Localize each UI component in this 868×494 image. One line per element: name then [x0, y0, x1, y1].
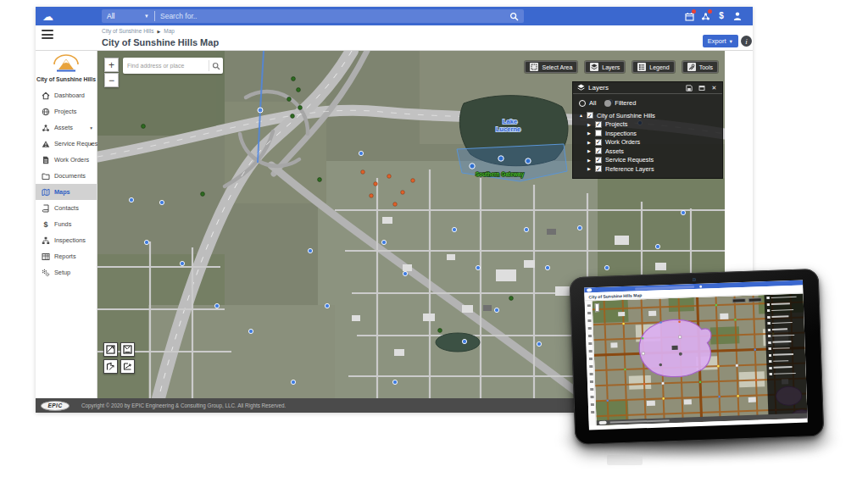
tablet-reflection — [607, 455, 643, 465]
tablet-page-title: City of Sunshine Hills Map — [588, 292, 642, 299]
tablet-zoom-control — [595, 303, 599, 312]
layer-row-service-requests[interactable]: ▶ Service Requests — [573, 156, 722, 165]
chevron-down-icon[interactable]: ▾ — [90, 142, 92, 147]
layer-row-inspections[interactable]: ▶ Inspections — [573, 129, 722, 138]
sidebar-item-dashboard[interactable]: Dashboard — [36, 87, 97, 103]
basemap-gallery-button[interactable] — [103, 342, 118, 357]
sidebar-item-label: Projects — [54, 108, 76, 115]
assets-nodes-icon — [42, 124, 50, 132]
map-zoom-control: + − — [104, 58, 119, 87]
layer-label: Inspections — [605, 130, 637, 137]
org-chart-icon — [42, 236, 50, 245]
sidebar-item-inspections[interactable]: Inspections — [36, 232, 97, 248]
export-button[interactable]: Export ▼ — [703, 35, 738, 47]
layer-label: Projects — [605, 120, 627, 128]
notification-badge — [708, 9, 712, 14]
map-icon — [42, 188, 50, 197]
zoom-in-button[interactable]: + — [104, 58, 119, 72]
funds-dollar-icon[interactable]: $ — [716, 11, 726, 21]
layer-label: Assets — [605, 147, 624, 155]
select-area-button[interactable]: Select Area — [525, 61, 577, 73]
layer-row-assets[interactable]: ▶ Assets — [573, 147, 722, 156]
tablet-cloud-icon — [587, 288, 592, 291]
layer-row-city[interactable]: ▲ City of Sunshine Hills — [573, 111, 722, 120]
sidebar-item-funds[interactable]: $ Funds — [36, 216, 97, 232]
find-address-input[interactable] — [123, 63, 209, 69]
filter-all-radio[interactable]: All — [579, 99, 596, 107]
sidebar-item-projects[interactable]: Projects — [36, 103, 97, 119]
info-button[interactable]: i — [741, 36, 752, 47]
breadcrumb-root[interactable]: City of Sunshine Hills — [102, 28, 153, 34]
layer-checkbox[interactable] — [595, 121, 602, 128]
caret-collapsed-icon[interactable]: ▶ — [587, 130, 592, 136]
layer-checkbox[interactable] — [595, 157, 602, 164]
sidebar-item-documents[interactable]: Documents — [36, 168, 97, 184]
global-search-input[interactable] — [155, 9, 509, 23]
chevron-down-icon[interactable]: ▾ — [90, 125, 92, 130]
search-scope-dropdown[interactable]: All ▼ — [102, 9, 154, 23]
radio-selected-icon — [579, 100, 586, 107]
layers-tree: ▲ City of Sunshine Hills ▶ Projects ▶ — [573, 110, 722, 174]
tablet-map — [593, 294, 808, 426]
top-navigation-bar: ☁ All ▼ — [36, 7, 753, 25]
layers-panel-title: Layers — [588, 84, 680, 92]
legend-button[interactable]: Legend — [632, 61, 674, 73]
find-search-icon[interactable] — [209, 62, 223, 70]
menu-hamburger-icon[interactable] — [42, 30, 53, 39]
sidebar-item-service-requests[interactable]: Service Requests ▾ — [36, 136, 97, 152]
home-icon — [42, 92, 50, 100]
tools-button[interactable]: Tools — [682, 61, 718, 73]
layer-row-reference-layers[interactable]: ▶ Reference Layers — [573, 164, 722, 174]
overview-map-button[interactable] — [120, 342, 135, 357]
sidebar-item-maps[interactable]: Maps — [36, 184, 97, 200]
draw-tool-button[interactable] — [103, 359, 118, 374]
sidebar-item-contacts[interactable]: Contacts — [36, 200, 97, 216]
calendar-notifications-icon[interactable] — [684, 11, 694, 21]
layer-checkbox[interactable] — [595, 139, 602, 146]
zoom-out-button[interactable]: − — [104, 73, 119, 87]
user-profile-icon[interactable] — [732, 11, 743, 21]
caret-collapsed-icon[interactable]: ▶ — [587, 122, 592, 127]
caret-collapsed-icon[interactable]: ▶ — [587, 158, 592, 163]
save-icon[interactable] — [685, 84, 693, 92]
dock-icon[interactable] — [698, 84, 705, 92]
layers-button[interactable]: Layers — [585, 61, 625, 73]
sidebar-item-label: Contacts — [54, 204, 79, 212]
sidebar-item-label: Work Orders — [54, 156, 89, 164]
close-icon[interactable]: ✕ — [710, 84, 718, 92]
caret-collapsed-icon[interactable]: ▶ — [587, 166, 592, 171]
layers-panel: Layers ✕ All — [572, 81, 723, 179]
sidebar-item-reports[interactable]: Reports — [36, 248, 97, 264]
topbar-icon-group: $ — [684, 9, 743, 23]
layer-checkbox[interactable] — [595, 130, 602, 136]
tablet-screen: City of Sunshine Hills Map — [584, 280, 808, 430]
layer-checkbox[interactable] — [595, 165, 602, 172]
chevron-down-icon: ▼ — [729, 39, 733, 44]
search-icon[interactable] — [509, 12, 519, 21]
gears-icon — [42, 269, 50, 277]
caret-expanded-icon[interactable]: ▲ — [579, 113, 583, 118]
sidebar-item-work-orders[interactable]: Work Orders — [36, 152, 97, 168]
layer-checkbox[interactable] — [587, 112, 593, 119]
caret-collapsed-icon[interactable]: ▶ — [587, 148, 592, 153]
sidebar-org-name: City of Sunshine Hills — [36, 76, 97, 82]
breadcrumb-current[interactable]: Map — [164, 28, 175, 34]
caret-collapsed-icon[interactable]: ▶ — [587, 140, 592, 145]
select-area-label: Select Area — [542, 64, 572, 70]
layer-checkbox[interactable] — [595, 147, 602, 154]
share-extent-button[interactable] — [120, 359, 135, 374]
layer-row-work-orders[interactable]: ▶ Work Orders — [573, 138, 722, 147]
sidebar-item-assets[interactable]: Assets ▾ — [36, 119, 97, 136]
gateway-label: Southern Gateway — [476, 171, 524, 178]
layers-filter-radios: All Filtered — [573, 94, 722, 110]
find-address-box — [123, 58, 223, 74]
dollar-icon: $ — [42, 220, 50, 229]
sidebar-item-label: Funds — [54, 220, 71, 228]
tablet-search-icon — [699, 285, 702, 287]
lake-label-line1: Lake — [503, 118, 517, 125]
assets-notifications-icon[interactable] — [700, 11, 710, 21]
sidebar-item-setup[interactable]: Setup — [36, 264, 97, 280]
layer-row-projects[interactable]: ▶ Projects — [573, 120, 722, 130]
filter-filtered-radio[interactable]: Filtered — [604, 99, 636, 107]
tablet-camera-icon — [693, 278, 696, 281]
